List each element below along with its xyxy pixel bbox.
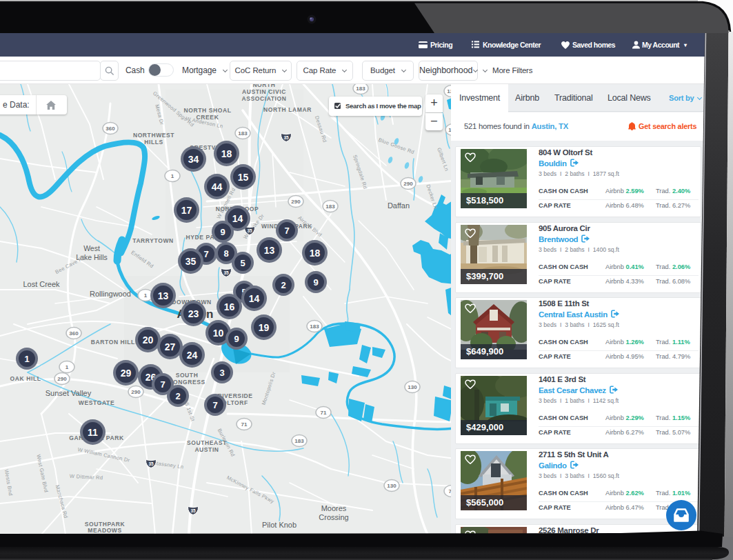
svg-text:Rollingwood: Rollingwood (90, 290, 131, 298)
svg-text:1: 1 (144, 292, 148, 299)
svg-text:290: 290 (57, 376, 67, 382)
svg-text:130: 130 (408, 384, 417, 390)
svg-text:NORTH LAMAR: NORTH LAMAR (263, 106, 312, 113)
svg-text:290: 290 (291, 199, 301, 205)
svg-text:BARTON HILLS: BARTON HILLS (91, 339, 139, 346)
svg-text:35: 35 (190, 508, 196, 513)
svg-text:MEADOWS: MEADOWS (88, 527, 122, 534)
svg-text:WESTGATE: WESTGATE (79, 399, 114, 406)
svg-text:ASSOCIATION: ASSOCIATION (241, 95, 286, 102)
svg-text:1: 1 (171, 173, 174, 179)
svg-text:71: 71 (321, 410, 327, 416)
svg-text:360: 360 (69, 330, 79, 337)
svg-text:183: 183 (325, 203, 335, 210)
svg-text:Moores: Moores (321, 504, 347, 512)
svg-text:290: 290 (131, 389, 141, 395)
svg-text:1: 1 (66, 364, 69, 370)
svg-text:SOUTH: SOUTH (176, 372, 199, 379)
svg-text:35: 35 (247, 228, 252, 233)
svg-text:183: 183 (310, 323, 319, 330)
svg-text:35: 35 (283, 135, 289, 140)
svg-text:NORTHWEST: NORTHWEST (133, 132, 174, 139)
svg-text:Sunset Valley: Sunset Valley (46, 389, 92, 397)
svg-text:183: 183 (238, 130, 248, 137)
svg-text:HILLS: HILLS (144, 139, 163, 146)
svg-text:OAK HILL: OAK HILL (10, 375, 41, 382)
svg-text:Pilot Knob: Pilot Knob (262, 521, 297, 529)
svg-text:AUSTIN: AUSTIN (194, 446, 219, 453)
svg-text:SOUTHEAST: SOUTHEAST (187, 439, 227, 446)
svg-text:183: 183 (294, 438, 304, 444)
svg-text:35: 35 (223, 270, 229, 275)
svg-text:183: 183 (356, 86, 365, 92)
svg-text:Daffan: Daffan (388, 201, 410, 210)
svg-text:Lost Creek: Lost Creek (23, 280, 60, 288)
svg-text:AUSTIN CIVIC: AUSTIN CIVIC (242, 88, 286, 95)
svg-text:West: West (83, 244, 100, 252)
svg-text:TARRYTOWN: TARRYTOWN (132, 237, 174, 244)
svg-text:35: 35 (148, 461, 154, 466)
svg-text:360: 360 (106, 126, 115, 132)
svg-text:71: 71 (241, 421, 248, 428)
svg-text:130: 130 (387, 483, 396, 489)
svg-text:290: 290 (403, 181, 413, 187)
svg-text:CONGRESS: CONGRESS (168, 379, 205, 386)
svg-text:Crossing: Crossing (319, 513, 348, 521)
svg-text:NORTH SHOAL: NORTH SHOAL (184, 107, 232, 114)
